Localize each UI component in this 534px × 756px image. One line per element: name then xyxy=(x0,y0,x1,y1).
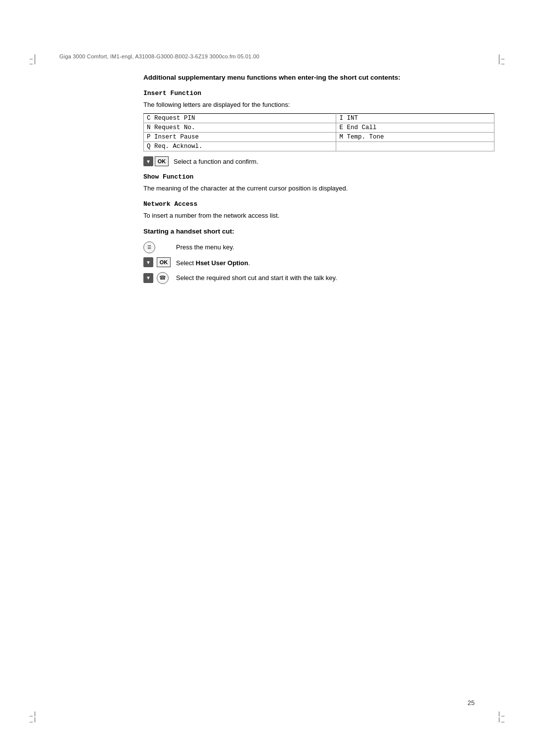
step-text-2: Select Hset User Option. xyxy=(176,257,250,268)
reg-mark-bottom-right: | _ xyxy=(498,710,504,716)
arrow-down-icon xyxy=(143,156,153,166)
ok-button-row: OK Select a function and confirm. xyxy=(143,156,494,166)
show-function-description: The meaning of the character at the curr… xyxy=(143,184,494,193)
step-icon-3: ☎ xyxy=(143,272,171,284)
step-row-1: ☰ Press the menu key. xyxy=(143,241,494,253)
table-row: P Insert Pause M Temp. Tone xyxy=(144,133,494,142)
page-container: _ | | _ Giga 3000 Comfort, IM1-engl, A31… xyxy=(0,0,534,756)
table-row: Q Req. Acknowl. xyxy=(144,142,494,151)
header-info: Giga 3000 Comfort, IM1-engl, A31008-G300… xyxy=(59,53,260,59)
network-access-description: To insert a number from the network acce… xyxy=(143,211,494,221)
step-text-3: Select the required short cut and start … xyxy=(176,272,337,283)
table-cell: E End Call xyxy=(336,123,494,133)
starting-section: Starting a handset short cut: ☰ Press th… xyxy=(143,227,494,284)
step-icon-2: OK xyxy=(143,257,171,267)
reg-mark-bottom-left: _ | xyxy=(30,710,36,716)
table-cell: I INT xyxy=(336,114,494,123)
talk-key-icon: ☎ xyxy=(157,272,169,284)
content-area: Additional supplementary menu functions … xyxy=(143,73,494,288)
table-cell xyxy=(336,142,494,151)
bottom-line-right: | _ xyxy=(498,716,504,722)
table-cell: N Request No. xyxy=(144,123,336,133)
table-row: C Request PIN I INT xyxy=(144,114,494,123)
table-cell: Q Req. Acknowl. xyxy=(144,142,336,151)
top-line-right: | _ xyxy=(498,58,504,64)
ok-instruction: Select a function and confirm. xyxy=(174,158,258,165)
top-line-left: _ | xyxy=(30,58,36,64)
insert-function-title: Insert Function xyxy=(143,90,494,97)
show-function-title: Show Function xyxy=(143,173,494,181)
starting-title: Starting a handset short cut: xyxy=(143,227,494,236)
step-row-3: ☎ Select the required short cut and star… xyxy=(143,272,494,284)
show-function-section: Show Function The meaning of the charact… xyxy=(143,173,494,193)
table-cell: P Insert Pause xyxy=(144,133,336,142)
menu-key-icon: ☰ xyxy=(143,241,155,253)
page-number: 25 xyxy=(468,699,475,707)
ok-button-icon: OK xyxy=(143,156,169,166)
insert-function-section: Insert Function The following letters ar… xyxy=(143,90,494,167)
table-cell: C Request PIN xyxy=(144,114,336,123)
ok-box-2: OK xyxy=(157,257,171,267)
table-cell: M Temp. Tone xyxy=(336,133,494,142)
step-icon-1: ☰ xyxy=(143,241,171,253)
arrow-down-icon-3 xyxy=(143,273,153,283)
step-row-2: OK Select Hset User Option. xyxy=(143,257,494,268)
table-row: N Request No. E End Call xyxy=(144,123,494,133)
function-table: C Request PIN I INT N Request No. E End … xyxy=(143,113,494,151)
bottom-line-left: _ | xyxy=(30,716,36,722)
network-access-title: Network Access xyxy=(143,200,494,208)
network-access-section: Network Access To insert a number from t… xyxy=(143,200,494,221)
ok-box: OK xyxy=(155,156,169,166)
step-text-1: Press the menu key. xyxy=(176,241,234,252)
arrow-down-icon-2 xyxy=(143,257,153,267)
additional-title: Additional supplementary menu functions … xyxy=(143,73,494,83)
insert-function-description: The following letters are displayed for … xyxy=(143,100,494,110)
